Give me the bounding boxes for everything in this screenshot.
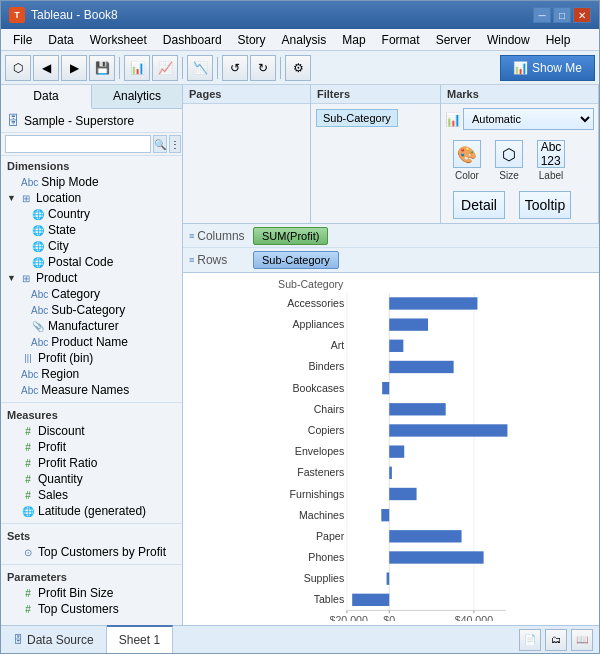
bar-tables[interactable] [352,594,389,606]
field-category[interactable]: Abc Category [1,286,182,302]
show-me-label: Show Me [532,61,582,75]
toolbar-chart3-btn[interactable]: 📉 [187,55,213,81]
field-location[interactable]: ▼ ⊞ Location [1,190,182,206]
tab-data[interactable]: Data [1,85,92,109]
search-input[interactable] [5,135,151,153]
bar-furnishings[interactable] [389,488,416,500]
toolbar-forward-btn[interactable]: ▶ [61,55,87,81]
columns-pill[interactable]: SUM(Profit) [253,227,328,245]
field-profit-ratio[interactable]: # Profit Ratio [1,455,182,471]
close-button[interactable]: ✕ [573,7,591,23]
maximize-button[interactable]: □ [553,7,571,23]
bar-paper[interactable] [389,530,461,542]
field-top-customers-param[interactable]: # Top Customers [1,601,182,617]
toolbar-filter-btn[interactable]: ⚙ [285,55,311,81]
marks-type-select[interactable]: Automatic Bar Line Circle [463,108,594,130]
menu-story[interactable]: Story [230,31,274,49]
field-profit-ratio-label: Profit Ratio [38,456,97,470]
field-region[interactable]: Abc Region [1,366,182,382]
menu-worksheet[interactable]: Worksheet [82,31,155,49]
bar-supplies[interactable] [387,572,390,584]
sort-button[interactable]: ⋮ [169,135,181,153]
new-sheet-btn[interactable]: 📄 [519,629,541,651]
parameters-section: Parameters # Profit Bin Size # Top Custo… [1,567,182,619]
search-button[interactable]: 🔍 [153,135,167,153]
tab-data-source[interactable]: 🗄 Data Source [1,626,107,653]
menu-map[interactable]: Map [334,31,373,49]
field-profit[interactable]: # Profit [1,439,182,455]
tab-analytics[interactable]: Analytics [92,85,182,108]
menu-data[interactable]: Data [40,31,81,49]
section-divider1 [1,402,182,403]
bar-bookcases[interactable] [382,382,389,394]
filters-content: Sub-Category [311,104,440,134]
menu-help[interactable]: Help [538,31,579,49]
bar-copiers[interactable] [389,424,507,436]
toolbar-arrow-btn[interactable]: ⬡ [5,55,31,81]
bar-appliances[interactable] [389,318,428,330]
field-measure-names[interactable]: Abc Measure Names [1,382,182,398]
globe-icon: 🌐 [31,209,45,220]
bar-fasteners[interactable] [389,467,392,479]
show-me-chart-icon: 📊 [513,61,528,75]
marks-tooltip-btn[interactable]: Tooltip [515,189,575,221]
marks-color-btn[interactable]: 🎨 Color [449,138,485,183]
collapse-arrow: ▼ [7,193,16,203]
field-subcategory[interactable]: Abc Sub-Category [1,302,182,318]
label-binders: Binders [308,360,344,372]
main-window: T Tableau - Book8 ─ □ ✕ File Data Worksh… [0,0,600,654]
color-label: Color [455,170,479,181]
bar-binders[interactable] [389,361,453,373]
collapse-arrow2: ▼ [7,273,16,283]
field-product-group[interactable]: ▼ ⊞ Product [1,270,182,286]
bar-machines[interactable] [381,509,389,521]
panel-scroll: Dimensions Abc Ship Mode ▼ ⊞ Location 🌐 … [1,156,182,625]
marks-size-btn[interactable]: ⬡ Size [491,138,527,183]
panel-tabs: Data Analytics [1,85,182,109]
field-city[interactable]: 🌐 City [1,238,182,254]
marks-detail-btn[interactable]: Detail [449,189,509,221]
new-story-btn[interactable]: 📖 [571,629,593,651]
bar-art[interactable] [389,340,403,352]
menu-format[interactable]: Format [374,31,428,49]
toolbar-chart1-btn[interactable]: 📊 [124,55,150,81]
marks-label-btn[interactable]: Abc123 Label [533,138,569,183]
bar-phones[interactable] [389,551,483,563]
field-postal-code[interactable]: 🌐 Postal Code [1,254,182,270]
field-sales[interactable]: # Sales [1,487,182,503]
field-latitude[interactable]: 🌐 Latitude (generated) [1,503,182,519]
bar-accessories[interactable] [389,297,477,309]
menu-analysis[interactable]: Analysis [274,31,335,49]
tab-sheet1[interactable]: Sheet 1 [107,625,173,653]
field-discount[interactable]: # Discount [1,423,182,439]
toolbar-refresh-btn[interactable]: ↺ [222,55,248,81]
field-profit-bin-size[interactable]: # Profit Bin Size [1,585,182,601]
new-dashboard-btn[interactable]: 🗂 [545,629,567,651]
field-product-name[interactable]: Abc Product Name [1,334,182,350]
toolbar-chart2-btn[interactable]: 📈 [152,55,178,81]
field-state[interactable]: 🌐 State [1,222,182,238]
field-quantity[interactable]: # Quantity [1,471,182,487]
menu-file[interactable]: File [5,31,40,49]
columns-shelf: ≡ Columns SUM(Profit) [183,224,599,248]
field-top-customers[interactable]: ⊙ Top Customers by Profit [1,544,182,560]
label-copiers: Copiers [308,424,344,436]
menu-window[interactable]: Window [479,31,538,49]
bar-envelopes[interactable] [389,445,404,457]
toolbar-save-btn[interactable]: 💾 [89,55,115,81]
toolbar-back-btn[interactable]: ◀ [33,55,59,81]
field-profit-bin[interactable]: ||| Profit (bin) [1,350,182,366]
menu-server[interactable]: Server [428,31,479,49]
bar-chairs[interactable] [389,403,445,415]
minimize-button[interactable]: ─ [533,7,551,23]
toolbar-refresh2-btn[interactable]: ↻ [250,55,276,81]
menu-dashboard[interactable]: Dashboard [155,31,230,49]
filter-chip-subcategory[interactable]: Sub-Category [316,109,398,127]
show-me-button[interactable]: 📊 Show Me [500,55,595,81]
field-profit-bin-size-label: Profit Bin Size [38,586,113,600]
field-ship-mode[interactable]: Abc Ship Mode [1,174,182,190]
rows-pill[interactable]: Sub-Category [253,251,339,269]
field-country[interactable]: 🌐 Country [1,206,182,222]
field-manufacturer[interactable]: 📎 Manufacturer [1,318,182,334]
globe-icon5: 🌐 [21,506,35,517]
